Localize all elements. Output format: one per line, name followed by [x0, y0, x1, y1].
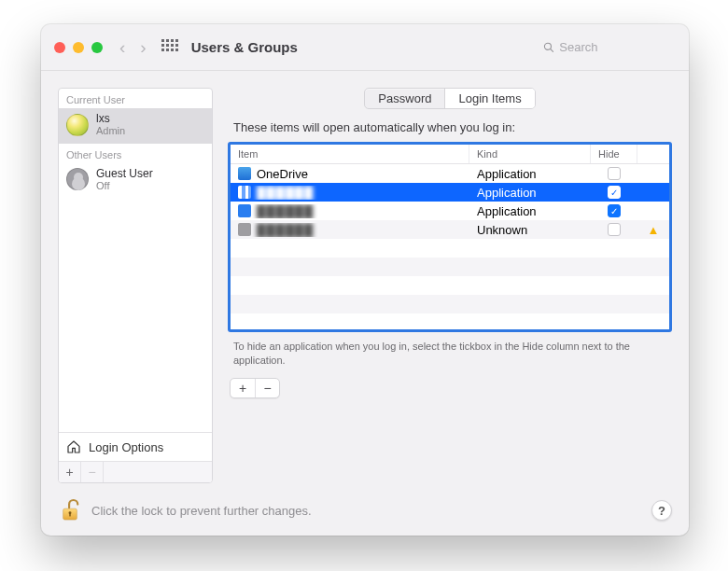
user-sidebar: Current User lxs Admin Other Users Guest…: [58, 88, 213, 483]
sidebar-user-guest[interactable]: Guest User Off: [59, 163, 212, 199]
app-icon: [238, 204, 251, 217]
item-kind: Unknown: [469, 223, 591, 237]
item-kind: Application: [469, 167, 591, 181]
item-kind: Application: [469, 204, 591, 218]
nav-arrows: ‹ ›: [119, 38, 147, 56]
unlock-icon: [60, 498, 80, 522]
grid-icon: [161, 39, 178, 51]
table-row: [231, 313, 669, 329]
zoom-button[interactable]: [91, 42, 103, 53]
user-name: lxs: [96, 112, 125, 125]
intro-text: These items will open automatically when…: [228, 120, 672, 134]
remove-user-button[interactable]: −: [81, 462, 104, 482]
hide-checkbox[interactable]: ✓: [608, 186, 621, 199]
show-all-button[interactable]: [161, 39, 178, 56]
content-pane: Password Login Items These items will op…: [228, 88, 672, 483]
table-row[interactable]: ██████Unknown▲: [231, 220, 669, 239]
search-icon: [543, 41, 553, 53]
table-header: Item Kind Hide: [231, 145, 669, 164]
hide-checkbox[interactable]: ✓: [608, 204, 621, 217]
item-name: ██████: [257, 223, 314, 237]
login-options-button[interactable]: Login Options: [59, 432, 212, 461]
add-user-button[interactable]: +: [59, 462, 81, 482]
current-user-label: Current User: [59, 89, 212, 108]
avatar: [66, 168, 89, 190]
app-icon: [238, 186, 251, 199]
item-name: ██████: [257, 186, 314, 200]
table-row[interactable]: ██████Application✓: [231, 183, 669, 202]
back-button[interactable]: ‹: [119, 38, 125, 56]
home-icon: [66, 439, 81, 454]
app-icon: [238, 167, 251, 180]
hide-checkbox[interactable]: [608, 223, 621, 236]
search-input[interactable]: [559, 40, 668, 54]
avatar: [66, 114, 89, 136]
search-field[interactable]: [536, 36, 676, 58]
table-row[interactable]: OneDriveApplication: [231, 164, 669, 183]
table-body: OneDriveApplication██████Application✓███…: [231, 164, 669, 329]
forward-button[interactable]: ›: [140, 38, 146, 56]
titlebar: ‹ › Users & Groups: [41, 24, 689, 71]
lock-button[interactable]: [58, 498, 82, 522]
footer: Click the lock to prevent further change…: [58, 496, 672, 522]
tab-password[interactable]: Password: [365, 89, 445, 108]
window-controls: [54, 42, 103, 53]
app-icon: [238, 223, 251, 236]
lock-hint: Click the lock to prevent further change…: [91, 504, 642, 518]
hint-text: To hide an application when you log in, …: [228, 332, 672, 378]
warning-icon: ▲: [637, 223, 669, 237]
preferences-window: ‹ › Users & Groups Current User lxs Admi…: [41, 24, 689, 536]
login-options-label: Login Options: [89, 440, 163, 454]
sidebar-user-current[interactable]: lxs Admin: [59, 108, 212, 144]
remove-item-button[interactable]: −: [255, 379, 279, 397]
help-button[interactable]: ?: [651, 500, 672, 521]
other-users-label: Other Users: [59, 144, 212, 163]
table-row[interactable]: ██████Application✓: [231, 202, 669, 220]
table-row: [231, 258, 669, 276]
table-row: [231, 276, 669, 295]
svg-rect-4: [69, 514, 70, 517]
col-hide[interactable]: Hide: [591, 145, 637, 163]
minimize-button[interactable]: [73, 42, 84, 53]
svg-line-1: [551, 49, 553, 52]
login-items-table[interactable]: Item Kind Hide OneDriveApplication██████…: [228, 142, 672, 332]
user-role: Off: [96, 180, 153, 192]
add-item-button[interactable]: +: [231, 379, 255, 397]
item-kind: Application: [469, 186, 591, 200]
tab-login-items[interactable]: Login Items: [445, 89, 534, 108]
window-title: Users & Groups: [191, 39, 298, 55]
col-spacer: [637, 145, 669, 163]
item-name: ██████: [257, 204, 314, 218]
col-kind[interactable]: Kind: [469, 145, 591, 163]
item-buttons: + −: [230, 378, 280, 398]
hide-checkbox[interactable]: [608, 167, 621, 180]
tab-group: Password Login Items: [364, 88, 535, 109]
col-item[interactable]: Item: [231, 145, 469, 163]
table-row: [231, 295, 669, 313]
table-row: [231, 239, 669, 258]
sidebar-user-buttons: + −: [59, 461, 212, 482]
user-name: Guest User: [96, 167, 153, 180]
user-role: Admin: [96, 125, 125, 137]
item-name: OneDrive: [257, 167, 308, 181]
window-body: Current User lxs Admin Other Users Guest…: [41, 71, 689, 536]
close-button[interactable]: [54, 42, 65, 53]
